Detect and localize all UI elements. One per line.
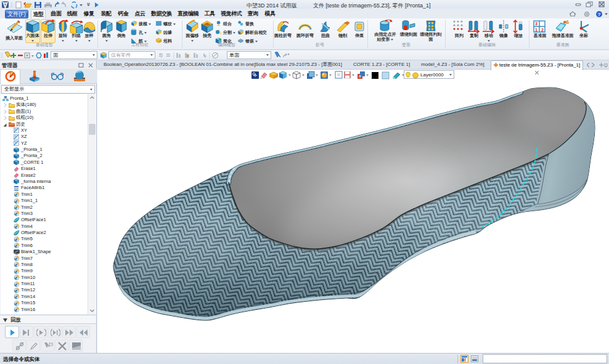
svg-text:2: 2 <box>541 28 544 32</box>
svg-text:1: 1 <box>535 28 537 32</box>
svg-text:?: ? <box>598 12 601 17</box>
svg-text:3: 3 <box>535 22 537 26</box>
